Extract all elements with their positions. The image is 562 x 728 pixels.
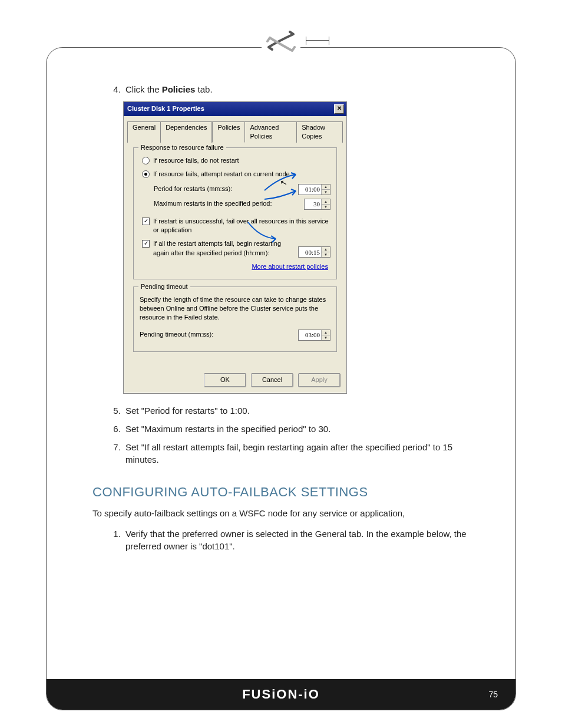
page-number: 75 [488, 690, 498, 699]
restart-period-spinner[interactable]: ▲▼ [298, 246, 330, 258]
properties-dialog: Cluster Disk 1 Properties ✕ General Depe… [123, 101, 347, 394]
restart-period-input[interactable] [299, 247, 321, 257]
step4-prefix: Click the [125, 84, 162, 94]
substep-1: Verify that the preferred owner is selec… [123, 528, 480, 552]
spinner-arrows-icon[interactable]: ▲▼ [321, 199, 330, 209]
max-restarts-spinner[interactable]: ▲▼ [304, 199, 330, 210]
max-restarts-input[interactable] [305, 199, 321, 209]
spinner-arrows-icon[interactable]: ▲▼ [321, 185, 330, 195]
step4-bold: Policies [162, 84, 196, 94]
tab-dependencies[interactable]: Dependencies [161, 121, 212, 143]
check-failover-label: If restart is unsuccessful, fail over al… [153, 217, 330, 235]
group-pending-timeout: Pending timeout Specify the length of ti… [133, 286, 337, 352]
period-spinner[interactable]: ▲▼ [298, 184, 330, 195]
section-intro: To specify auto-failback settings on a W… [92, 507, 480, 519]
check-failover[interactable]: ✓ [142, 218, 150, 225]
step4-suffix: tab. [195, 84, 212, 94]
pending-timeout-spinner[interactable]: ▲▼ [298, 330, 330, 341]
radio-do-not-restart[interactable] [142, 157, 150, 164]
header-logo-icon [262, 29, 300, 55]
cancel-button[interactable]: Cancel [251, 373, 293, 387]
tab-general[interactable]: General [127, 121, 161, 143]
radio-do-not-restart-label: If resource fails, do not restart [153, 156, 239, 165]
more-about-policies-link[interactable]: More about restart policies [140, 262, 328, 271]
ok-button[interactable]: OK [204, 373, 246, 387]
check-begin-restarting-label: If all the restart attempts fail, begin … [153, 239, 295, 258]
radio-attempt-restart-label: If resource fails, attempt restart on cu… [153, 170, 290, 179]
tab-advanced-policies[interactable]: Advanced Policies [245, 121, 297, 143]
tab-policies[interactable]: Policies [212, 121, 245, 143]
footer-logo: FUSiON-iO [242, 687, 320, 702]
header-tick-mark [306, 40, 329, 41]
pending-desc: Specify the length of time the resource … [140, 295, 330, 322]
group-response-legend: Response to resource failure [138, 143, 226, 152]
group-response: Response to resource failure If resource… [133, 147, 337, 279]
radio-attempt-restart[interactable] [142, 170, 150, 178]
spinner-arrows-icon[interactable]: ▲▼ [321, 247, 330, 257]
tab-shadow-copies[interactable]: Shadow Copies [297, 121, 343, 143]
apply-button[interactable]: Apply [298, 373, 340, 387]
footer-bar: FUSiON-iO 75 [47, 679, 515, 710]
step-5: Set "Period for restarts" to 1:00. [123, 404, 480, 417]
step-4: Click the Policies tab. [123, 83, 480, 95]
step-6: Set "Maximum restarts in the specified p… [123, 423, 480, 435]
pending-timeout-input[interactable] [299, 330, 321, 340]
dialog-title: Cluster Disk 1 Properties [127, 104, 204, 113]
tab-strip: General Dependencies Policies Advanced P… [127, 121, 343, 143]
period-input[interactable] [299, 185, 321, 195]
max-restarts-label: Maximum restarts in the specified period… [154, 199, 272, 208]
step-7: Set "If all restart attempts fail, begin… [123, 441, 480, 466]
close-icon[interactable]: ✕ [334, 104, 344, 114]
period-label: Period for restarts (mm:ss): [154, 185, 232, 193]
pending-timeout-label: Pending timeout (mm:ss): [140, 330, 213, 339]
spinner-arrows-icon[interactable]: ▲▼ [321, 330, 330, 340]
check-begin-restarting[interactable]: ✓ [142, 240, 150, 248]
group-pending-legend: Pending timeout [138, 282, 190, 291]
section-heading: CONFIGURING AUTO-FAILBACK SETTINGS [92, 483, 480, 502]
